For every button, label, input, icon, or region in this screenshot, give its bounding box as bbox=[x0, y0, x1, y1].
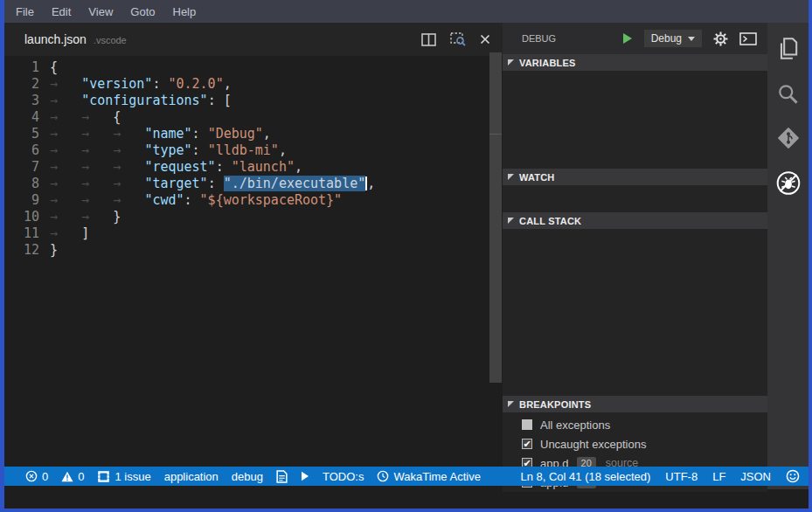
debug-icon[interactable] bbox=[775, 170, 802, 196]
configure-gear-icon[interactable] bbox=[713, 31, 728, 46]
code-token: : [ bbox=[208, 93, 232, 108]
split-editor-icon[interactable] bbox=[421, 33, 436, 46]
status-bar-left: 001 issueapplicationdebugTODO:sWakaTime … bbox=[25, 470, 481, 483]
status-feedback[interactable] bbox=[786, 469, 800, 483]
status-label: 1 issue bbox=[115, 470, 150, 483]
menu-item-goto[interactable]: Goto bbox=[121, 5, 163, 18]
status-todos[interactable]: TODO:s bbox=[323, 470, 364, 483]
status-wakatime[interactable]: WakaTime Active bbox=[377, 470, 480, 483]
doc-icon bbox=[276, 470, 288, 483]
status-cursor-position[interactable]: Ln 8, Col 41 (18 selected) bbox=[520, 470, 650, 483]
explorer-icon[interactable] bbox=[775, 36, 802, 62]
editor-scrollbar[interactable] bbox=[489, 52, 502, 383]
status-label: JSON bbox=[740, 470, 771, 483]
code-token: "Debug" bbox=[208, 126, 263, 142]
watch-body[interactable] bbox=[503, 185, 767, 212]
status-todo-file[interactable] bbox=[276, 470, 288, 483]
code-token: "version" bbox=[81, 76, 152, 92]
search-icon[interactable] bbox=[775, 80, 802, 107]
code-editor[interactable]: 1{2→ "version": "0.2.0",3→ "configuratio… bbox=[4, 56, 503, 259]
code-token: , bbox=[295, 159, 302, 175]
activity-bar bbox=[767, 23, 809, 489]
status-task-application[interactable]: application bbox=[164, 470, 219, 483]
variables-body[interactable] bbox=[503, 71, 767, 169]
open-preview-icon[interactable] bbox=[450, 32, 466, 46]
code-line[interactable]: 7→ → → "request": "launch", bbox=[4, 159, 503, 176]
status-task-debug[interactable]: debug bbox=[232, 470, 263, 483]
code-line[interactable]: 10→ → } bbox=[4, 209, 503, 225]
open-file-title[interactable]: launch.json bbox=[24, 32, 87, 46]
line-number: 8 bbox=[4, 176, 39, 192]
section-header-watch[interactable]: WATCH bbox=[503, 169, 767, 185]
code-token: "type" bbox=[144, 142, 191, 158]
status-issues[interactable]: 1 issue bbox=[97, 470, 150, 483]
code-token: ] bbox=[81, 225, 89, 241]
tab-whitespace-arrows: → → → bbox=[50, 176, 144, 191]
editor-group: launch.json .vscode 1{2→ "version": "0.2… bbox=[4, 23, 503, 489]
tab-whitespace-arrows: → bbox=[50, 76, 81, 92]
line-number: 10 bbox=[4, 209, 39, 225]
code-line[interactable]: 4→ → { bbox=[4, 109, 503, 126]
code-line[interactable]: 1{ bbox=[4, 59, 503, 76]
code-line[interactable]: 11→ ] bbox=[4, 225, 503, 242]
status-eol[interactable]: LF bbox=[712, 470, 725, 483]
menu-item-help[interactable]: Help bbox=[164, 5, 205, 18]
status-run-task[interactable] bbox=[301, 471, 309, 481]
breakpoint-row[interactable]: All exceptions bbox=[503, 415, 767, 434]
code-line[interactable]: 9→ → → "cwd": "${workspaceRoot}" bbox=[4, 192, 503, 209]
status-errors[interactable]: 0 bbox=[25, 470, 48, 483]
tab-whitespace-arrows: → → → bbox=[50, 126, 144, 142]
code-token: , bbox=[279, 142, 287, 158]
menu-item-view[interactable]: View bbox=[80, 5, 121, 18]
debug-configuration-select[interactable]: Debug bbox=[644, 30, 702, 47]
menu-item-edit[interactable]: Edit bbox=[43, 5, 80, 18]
open-file-folder: .vscode bbox=[94, 33, 127, 45]
code-token: "${workspaceRoot}" bbox=[200, 192, 343, 208]
line-number: 7 bbox=[4, 159, 39, 176]
status-label: TODO:s bbox=[323, 470, 364, 483]
code-line[interactable]: 6→ → → "type": "lldb-mi", bbox=[4, 142, 503, 159]
status-label: Ln 8, Col 41 (18 selected) bbox=[520, 470, 650, 483]
breakpoint-label: Uncaught exceptions bbox=[540, 438, 646, 451]
callstack-body[interactable] bbox=[503, 229, 767, 396]
code-token: "launch" bbox=[232, 159, 295, 175]
status-language-mode[interactable]: JSON bbox=[740, 470, 771, 483]
line-number: 6 bbox=[4, 142, 39, 159]
code-token: : bbox=[192, 126, 208, 142]
code-token: { bbox=[50, 59, 58, 75]
code-line[interactable]: 8→ → → "target": "./bin/executable", bbox=[4, 176, 503, 192]
section-header-breakpoints[interactable]: BREAKPOINTS bbox=[503, 396, 767, 412]
debug-console-icon[interactable] bbox=[739, 32, 757, 45]
status-bar-right: Ln 8, Col 41 (18 selected)UTF-8LFJSON bbox=[520, 469, 800, 483]
status-encoding[interactable]: UTF-8 bbox=[665, 470, 697, 483]
line-number: 11 bbox=[4, 225, 39, 242]
source-control-icon[interactable] bbox=[775, 125, 802, 151]
smiley-icon bbox=[786, 469, 800, 483]
breakpoint-row[interactable]: ✔Uncaught exceptions bbox=[503, 434, 767, 453]
error-icon bbox=[25, 470, 38, 482]
code-token: "cwd" bbox=[144, 192, 184, 208]
start-debug-icon[interactable] bbox=[622, 32, 633, 45]
section-header-variables[interactable]: VARIABLES bbox=[503, 54, 767, 71]
menu-item-file[interactable]: File bbox=[7, 5, 43, 18]
code-line[interactable]: 2→ "version": "0.2.0", bbox=[4, 76, 503, 93]
menu-bar: FileEditViewGotoHelp bbox=[4, 0, 809, 23]
code-line[interactable]: 3→ "configurations": [ bbox=[4, 93, 503, 109]
code-line[interactable]: 5→ → → "name": "Debug", bbox=[4, 126, 503, 142]
close-editor-icon[interactable] bbox=[480, 34, 490, 45]
code-token: , bbox=[367, 176, 375, 191]
line-number: 9 bbox=[4, 192, 39, 209]
code-token: { bbox=[113, 109, 121, 125]
debug-controls: Debug bbox=[622, 30, 757, 47]
code-line[interactable]: 12} bbox=[4, 242, 503, 259]
line-number: 3 bbox=[4, 93, 39, 109]
section-header-callstack[interactable]: CALL STACK bbox=[503, 212, 767, 229]
checkbox-checked[interactable]: ✔ bbox=[522, 439, 532, 449]
debug-panel-title: DEBUG bbox=[522, 33, 556, 44]
code-token: "request" bbox=[144, 159, 215, 175]
breakpoint-label: All exceptions bbox=[540, 419, 610, 432]
chevron-down-icon bbox=[688, 37, 695, 41]
checkbox-unchecked[interactable] bbox=[522, 419, 532, 430]
status-warnings[interactable]: 0 bbox=[61, 470, 84, 483]
tab-whitespace-arrows: → → → bbox=[50, 159, 144, 175]
